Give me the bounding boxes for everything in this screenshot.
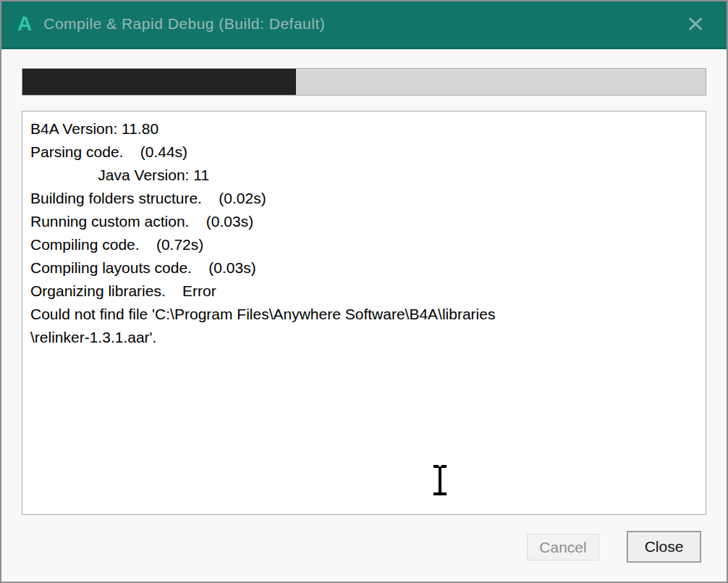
- compile-progress-bar: [22, 68, 706, 96]
- log-line: Parsing code. (0.44s): [30, 140, 698, 164]
- compile-log-textbox[interactable]: B4A Version: 11.80Parsing code. (0.44s) …: [22, 111, 706, 515]
- progress-fill: [22, 69, 296, 95]
- close-button-label: Close: [645, 538, 684, 555]
- close-icon: ×: [687, 9, 705, 38]
- log-line: Compiling code. (0.72s): [30, 233, 698, 256]
- cancel-button[interactable]: Cancel: [527, 534, 599, 561]
- log-line: Running custom action. (0.03s): [30, 210, 698, 233]
- log-line: \relinker-1.3.1.aar'.: [30, 326, 698, 349]
- log-line: Organizing libraries. Error: [30, 280, 698, 303]
- b4a-logo-icon: A: [17, 14, 32, 34]
- log-line: Compiling layouts code. (0.03s): [30, 256, 698, 280]
- compile-debug-dialog: A Compile & Rapid Debug (Build: Default)…: [0, 0, 728, 583]
- log-line: Building folders structure. (0.02s): [30, 187, 698, 210]
- log-line: B4A Version: 11.80: [30, 117, 698, 140]
- log-line: Java Version: 11: [30, 164, 698, 187]
- window-title: Compile & Rapid Debug (Build: Default): [43, 15, 325, 33]
- cancel-button-label: Cancel: [539, 539, 586, 556]
- close-window-button[interactable]: ×: [673, 0, 718, 47]
- titlebar[interactable]: A Compile & Rapid Debug (Build: Default)…: [0, 0, 728, 49]
- log-line: Could not find file 'C:\Program Files\An…: [30, 303, 698, 326]
- close-button[interactable]: Close: [627, 531, 701, 563]
